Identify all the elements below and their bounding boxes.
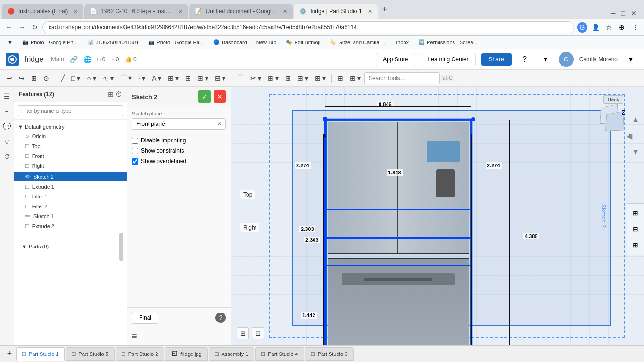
bookmark-icon[interactable]: ⊕ [617, 22, 627, 33]
sketch-cancel-button[interactable]: ✕ [214, 90, 226, 103]
help-button-sketch[interactable]: ? [215, 313, 226, 323]
nav-up-arrow[interactable]: ▲ [632, 115, 639, 123]
undo-button[interactable]: ↩ [4, 72, 15, 85]
list-icon[interactable]: ≡ [132, 331, 137, 341]
feature-fillet1[interactable]: □ Fillet 1 [14, 191, 127, 201]
action-icon-2[interactable]: ⊟ [629, 222, 642, 236]
clock-icon[interactable]: ⏱ [116, 90, 122, 98]
help-button[interactable]: ? [517, 52, 532, 67]
point-tool[interactable]: · ▾ [136, 72, 149, 85]
nav-left-arrow[interactable]: ◀ [627, 132, 632, 140]
back-button[interactable]: ← [4, 22, 14, 33]
search-tools-input[interactable] [364, 72, 440, 84]
bookmark-number[interactable]: 📊 313625084041501 [83, 38, 143, 46]
layout-tool[interactable]: ⊞ ▾ [195, 72, 211, 85]
learning-center-button[interactable]: Learning Center [421, 53, 476, 66]
feature-right[interactable]: □ Right [14, 161, 127, 171]
feature-origin[interactable]: ○ Origin [14, 131, 127, 141]
show-overdefined-checkbox[interactable] [132, 158, 138, 165]
bookmark-photo1[interactable]: 📷 Photo - Google Ph... [18, 38, 82, 46]
tools-tool[interactable]: ⊞ ▾ [347, 72, 363, 85]
display2-tool[interactable]: ⊞ ▾ [312, 72, 329, 85]
settings-button[interactable]: ⊙ [41, 72, 52, 85]
features-icon[interactable]: ☰ [1, 90, 13, 102]
bookmark-photo2[interactable]: 📷 Photo - Google Ph... [144, 38, 207, 46]
app-store-button[interactable]: App Store [376, 53, 415, 66]
show-constraints-checkbox[interactable] [132, 148, 138, 154]
tab-part-studio-2[interactable]: □ Part Studio 2 [116, 347, 164, 361]
reload-button[interactable]: ↻ [30, 22, 40, 33]
dimension-tool[interactable]: ⊞ [182, 72, 194, 85]
chevron-down-icon[interactable]: ▾ [538, 52, 553, 67]
settings-icon[interactable]: ⋮ [630, 22, 640, 33]
constraint-tool[interactable]: ⊞ [335, 72, 346, 85]
plane-close-icon[interactable]: ✕ [217, 121, 222, 127]
profile-icon[interactable]: 👤 [590, 22, 601, 33]
url-bar[interactable] [42, 21, 574, 33]
viewport[interactable]: 0.846 2.274 2.274 4.385 1.848 2.303 2.30… [231, 87, 644, 345]
parts-header[interactable]: ▼ Parts (0) [18, 242, 123, 251]
disable-imprinting-checkbox[interactable] [132, 138, 138, 144]
measure-tool[interactable]: ⊞ [282, 72, 294, 85]
user-menu-chevron[interactable]: ▾ [623, 52, 638, 67]
bookmark-permissions[interactable]: ➡️ Permissions - Scree... [414, 38, 481, 46]
forward-button[interactable]: → [17, 22, 27, 33]
tab-instructables[interactable]: 🔴 Instructables (Final) ✕ [2, 4, 83, 19]
tab-part-studio-4[interactable]: □ Part Studio 4 [255, 347, 304, 361]
comments-icon[interactable]: 💬 [1, 121, 13, 132]
tab-close[interactable]: ✕ [368, 8, 372, 15]
user-avatar[interactable]: C [559, 52, 574, 67]
star-icon[interactable]: ☆ [603, 22, 614, 33]
trim-tool[interactable]: ✂ ▾ [248, 72, 264, 85]
offset-tool[interactable]: ⌒ ▾ [117, 72, 135, 85]
history-button[interactable]: ⊞ [28, 72, 40, 85]
feature-fillet2[interactable]: □ Fillet 2 [14, 201, 127, 211]
tab-part-studio-1[interactable]: □ Part Studio 1 [16, 347, 65, 361]
show-overdefined-row[interactable]: Show overdefined [132, 158, 226, 165]
share-button[interactable]: Share [481, 53, 512, 66]
add-icon[interactable]: + [1, 106, 13, 117]
maximize-button[interactable]: □ [619, 8, 627, 19]
bookmark-arrow[interactable]: ▼ [4, 39, 17, 46]
filter-input[interactable] [18, 105, 123, 116]
bookmark-dashboard[interactable]: 🔵 Dashboard [209, 38, 251, 46]
bottom-icon-1[interactable]: ⊞ [237, 327, 249, 339]
history-side-icon[interactable]: ⏱ [1, 151, 13, 162]
spline-tool[interactable]: ∿ ▾ [100, 72, 116, 85]
tab-part-studio-3[interactable]: □ Part Studio 3 [305, 347, 354, 361]
tab-fridge-jpg[interactable]: 🖼 fridge.jpg [165, 347, 207, 361]
circle-tool[interactable]: ○ ▾ [84, 72, 99, 85]
display-tool[interactable]: ⊟ ▾ [212, 72, 229, 85]
final-button[interactable]: Final [132, 312, 158, 324]
feature-top[interactable]: □ Top [14, 141, 127, 151]
link-icon[interactable]: 🔗 [70, 56, 78, 63]
cad-canvas[interactable]: 0.846 2.274 2.274 4.385 1.848 2.303 2.30… [231, 87, 644, 345]
transform-tool[interactable]: ⊞ ▾ [165, 72, 182, 85]
nav-down-arrow[interactable]: ▼ [632, 148, 639, 156]
bookmark-bitmoji[interactable]: 🎭 Edit Bitmoji [282, 38, 324, 46]
sketch-plane-value[interactable]: Front plane ✕ [132, 118, 226, 130]
tab-part-studio-5[interactable]: □ Part Studio 5 [66, 347, 114, 361]
extensions-icon[interactable]: G [577, 22, 587, 33]
tab-close[interactable]: ✕ [178, 8, 182, 15]
tab-google-doc[interactable]: 📝 Untitled document - Google Doc... ✕ [189, 4, 293, 19]
rect-tool[interactable]: □ ▾ [68, 72, 83, 85]
bottom-icon-2[interactable]: ⊡ [252, 327, 264, 339]
feature-front[interactable]: □ Front [14, 151, 127, 161]
add-tab-button[interactable]: + [4, 348, 15, 360]
bookmark-gitzel[interactable]: 🏷️ Gitzel and Camila -... [326, 38, 390, 46]
line-tool[interactable]: ╱ [58, 72, 67, 85]
redo-button[interactable]: ↪ [16, 72, 27, 85]
feature-sketch1[interactable]: ✏ Sketch 1 [14, 211, 127, 221]
feature-sketch2[interactable]: ✏ Sketch 2 [14, 172, 127, 181]
back-label[interactable]: Back [592, 96, 635, 103]
new-tab-button[interactable]: + [379, 3, 391, 16]
right-annotation[interactable]: Right [240, 223, 259, 232]
back-face-btn[interactable]: Back [603, 95, 623, 104]
show-constraints-row[interactable]: Show constraints [132, 148, 226, 154]
bookmark-newtab[interactable]: New Tab [253, 39, 281, 46]
arc-tool[interactable]: ⌒ [234, 72, 247, 85]
minimize-button[interactable]: ─ [609, 8, 618, 19]
globe-icon[interactable]: 🌐 [83, 56, 91, 63]
sketch-ok-button[interactable]: ✓ [198, 90, 211, 103]
